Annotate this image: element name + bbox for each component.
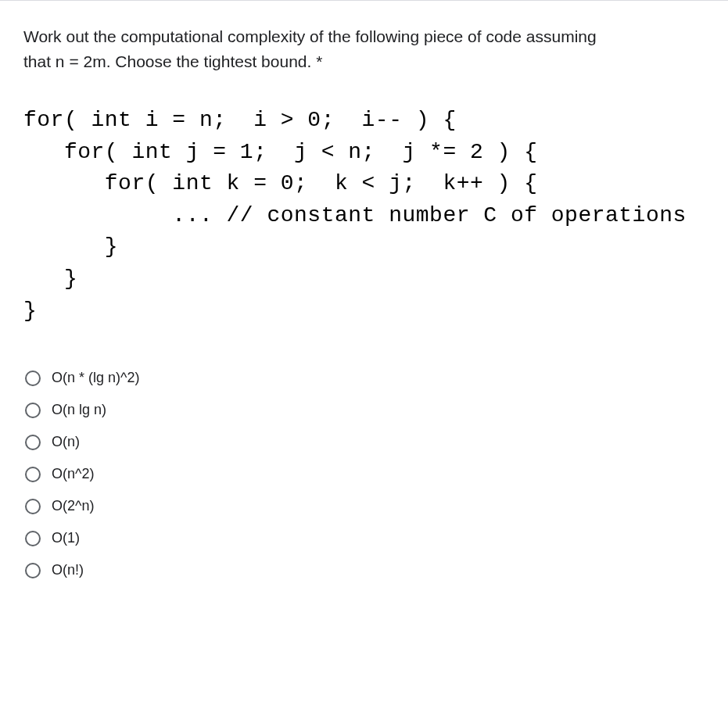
option-label: O(n * (lg n)^2): [52, 370, 139, 386]
option-3[interactable]: O(n^2): [25, 466, 705, 482]
radio-icon: [25, 435, 41, 450]
option-4[interactable]: O(2^n): [25, 498, 705, 514]
option-label: O(n^2): [52, 466, 94, 482]
radio-icon: [25, 531, 41, 546]
question-prompt: Work out the computational complexity of…: [23, 24, 705, 73]
question-text-line1: Work out the computational complexity of…: [23, 27, 597, 45]
required-marker: *: [311, 52, 322, 70]
radio-icon: [25, 467, 41, 482]
radio-icon: [25, 499, 41, 514]
option-0[interactable]: O(n * (lg n)^2): [25, 370, 705, 386]
option-6[interactable]: O(n!): [25, 562, 705, 578]
options-list: O(n * (lg n)^2) O(n lg n) O(n) O(n^2) O(…: [23, 370, 705, 578]
radio-icon: [25, 403, 41, 418]
option-2[interactable]: O(n): [25, 434, 705, 450]
option-label: O(n lg n): [52, 402, 106, 418]
code-snippet: for( int i = n; i > 0; i-- ) { for( int …: [23, 105, 705, 327]
option-5[interactable]: O(1): [25, 530, 705, 546]
option-label: O(n!): [52, 562, 84, 578]
question-card: Work out the computational complexity of…: [0, 0, 728, 716]
option-label: O(1): [52, 530, 80, 546]
radio-icon: [25, 371, 41, 386]
option-label: O(n): [52, 434, 80, 450]
option-1[interactable]: O(n lg n): [25, 402, 705, 418]
option-label: O(2^n): [52, 498, 94, 514]
question-text-line2: that n = 2m. Choose the tightest bound.: [23, 52, 311, 70]
radio-icon: [25, 563, 41, 578]
